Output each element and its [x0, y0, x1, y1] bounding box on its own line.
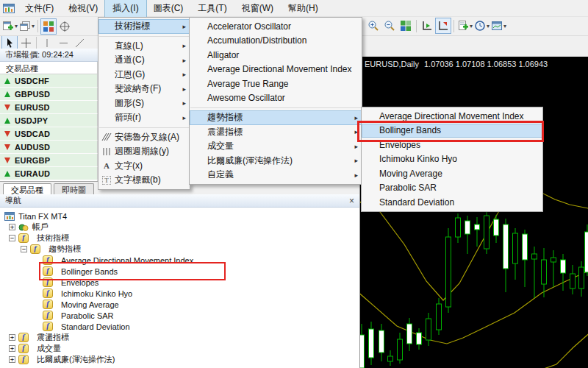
menu-item[interactable]: 通道(C)▸ [98, 53, 190, 68]
tree-item[interactable]: +f比爾威廉(渾沌操作法) [0, 354, 359, 365]
menu-item[interactable]: T文字標籤(b) [98, 173, 190, 188]
menu-item[interactable]: Parabolic SAR [362, 181, 542, 196]
toolbar-right-group: ▾▾▾ [365, 18, 507, 34]
menu-item[interactable]: Average Directional Movement Index [362, 109, 542, 124]
menubar-item[interactable]: 圖表(C) [146, 0, 191, 17]
candle [585, 232, 588, 272]
submenu-arrow-icon: ▸ [182, 114, 186, 121]
menu-item-label: 自定義 [207, 169, 234, 181]
data-window-icon[interactable] [57, 18, 73, 35]
dropdown-arrow-icon[interactable]: ▾ [15, 23, 18, 29]
symbol-row[interactable]: AUDUSD [0, 141, 98, 154]
menu-item[interactable]: 江恩(G)▸ [98, 68, 190, 82]
close-icon[interactable]: × [349, 197, 354, 205]
submenu-arrow-icon: ▸ [354, 128, 358, 135]
dropdown-arrow-icon[interactable]: ▾ [503, 23, 506, 29]
tree-item[interactable]: +帳戶 [0, 222, 359, 233]
symbol-row[interactable]: GBPUSD [0, 88, 98, 101]
candle [570, 274, 576, 289]
menu-item[interactable]: Alligator [190, 48, 362, 63]
menubar-item[interactable]: 幫助(H) [281, 0, 326, 17]
chart-surface[interactable]: EURUSD,Daily1.07036 1.07108 1.06853 1.06… [360, 57, 588, 368]
tab-inactive[interactable]: 即時圖 [54, 183, 94, 194]
tree-item[interactable]: fMoving Average [0, 299, 359, 310]
tree-item[interactable]: fStandard Deviation [0, 321, 359, 332]
symbol-row[interactable]: EURAUD [0, 167, 98, 180]
symbol-row[interactable]: USDCAD [0, 127, 98, 141]
menu-item[interactable]: Average Directional Movement Index [190, 63, 362, 77]
menubar-item[interactable]: 檢視(V) [61, 0, 105, 17]
collapse-minus-icon[interactable]: − [9, 235, 15, 241]
menu-item[interactable]: 趨勢指標▸ [190, 110, 362, 125]
tree-item[interactable]: fBollinger Bands [0, 266, 359, 277]
menu-item-label: Average Directional Movement Index [379, 111, 524, 121]
menu-item-label: 江恩(G) [115, 68, 145, 81]
auto-scroll-icon[interactable] [419, 18, 435, 34]
menu-item[interactable]: 迴圈週期線(y) [98, 144, 190, 159]
dropdown-arrow-icon[interactable]: ▾ [32, 23, 35, 29]
symbol-row[interactable]: USDJPY [0, 114, 98, 127]
menubar-item[interactable]: 工具(T) [190, 0, 234, 17]
terminal-icon [4, 212, 15, 221]
expand-plus-icon[interactable]: + [9, 345, 15, 352]
symbol-row[interactable]: EURUSD [0, 101, 98, 114]
symbol-row[interactable]: EURGBP [0, 154, 98, 167]
menu-item[interactable]: Accelerator Oscillator [190, 19, 362, 34]
dropdown-arrow-icon[interactable]: ▾ [487, 23, 490, 29]
periods-icon[interactable]: ▾ [473, 18, 490, 34]
menu-item-label: Parabolic SAR [379, 183, 437, 193]
tree-item-label: 帳戶 [32, 222, 49, 233]
tab-active[interactable]: 交易品種 [3, 183, 51, 194]
tile-windows-icon[interactable] [398, 18, 414, 34]
tree-item[interactable]: −f技術指標 [0, 233, 359, 244]
symbol-column-header[interactable]: 交易品種 [0, 62, 98, 74]
menu-item[interactable]: Moving Average [362, 166, 542, 181]
tree-item[interactable]: fParabolic SAR [0, 310, 359, 321]
market-watch-toggle-icon[interactable] [40, 18, 57, 35]
menu-item-label: 技術指標 [115, 20, 150, 32]
tree-item[interactable]: fIchimoku Kinko Hyo [0, 288, 359, 299]
dropdown-arrow-icon[interactable]: ▾ [470, 23, 473, 29]
menu-item[interactable]: 震盪指標▸ [190, 125, 362, 140]
expand-plus-icon[interactable]: + [9, 224, 15, 230]
menu-item-label: Awesome Oscillator [207, 93, 285, 103]
menu-item[interactable]: 成交量▸ [190, 139, 362, 154]
menubar-item[interactable]: 插入(I) [105, 0, 146, 17]
symbol-row[interactable]: USDCHF [0, 74, 98, 88]
menu-item[interactable]: Awesome Oscillator [190, 91, 362, 106]
expand-plus-icon[interactable]: + [9, 356, 15, 363]
expand-plus-icon[interactable]: + [9, 334, 15, 341]
menu-item[interactable]: 比爾威廉(渾沌操作法)▸ [190, 154, 362, 169]
chart-shift-icon[interactable] [435, 18, 451, 34]
menu-item[interactable]: 直線(L)▸ [98, 39, 190, 54]
menu-item[interactable]: 圖形(S)▸ [98, 96, 190, 111]
zoom-out-icon[interactable] [381, 18, 398, 34]
tree-item[interactable]: +f成交量 [0, 343, 359, 354]
menu-item[interactable]: A文字(x) [98, 159, 190, 174]
menu-item[interactable]: 技術指標▸ [98, 19, 190, 34]
tree-item[interactable]: Titan FX MT4 [0, 210, 359, 222]
menu-item[interactable]: Envelopes [362, 138, 542, 152]
candle [513, 233, 518, 263]
tree-item[interactable]: +f震盪指標 [0, 332, 359, 343]
menu-item[interactable]: Bollinger Bands [362, 124, 542, 138]
menu-item[interactable]: Accumulation/Distribution [190, 34, 362, 49]
zoom-in-icon[interactable] [365, 18, 381, 34]
menu-item[interactable]: 自定義▸ [190, 168, 362, 183]
tree-item[interactable]: −f趨勢指標 [0, 244, 359, 255]
collapse-minus-icon[interactable]: − [21, 246, 27, 252]
tree-item[interactable]: fEnvelopes [0, 277, 359, 288]
new-chart-icon[interactable]: ▾ [1, 18, 18, 35]
menu-item[interactable]: 安德魯分叉線(A) [98, 130, 190, 145]
menu-item[interactable]: 箭頭(r)▸ [98, 110, 190, 125]
indicators-list-icon[interactable]: ▾ [456, 18, 473, 34]
menu-item[interactable]: Average True Range [190, 77, 362, 91]
menu-item[interactable]: Standard Deviation [362, 195, 542, 210]
tree-item[interactable]: fAverage Directional Movement Index [0, 255, 359, 266]
menubar-item[interactable]: 文件(F) [18, 0, 61, 17]
profiles-icon[interactable]: ▾ [18, 18, 35, 35]
menubar-item[interactable]: 視窗(W) [234, 0, 281, 17]
menu-item[interactable]: Ichimoku Kinko Hyo [362, 152, 542, 167]
templates-icon[interactable]: ▾ [490, 18, 507, 34]
menu-item[interactable]: 斐波納奇(F)▸ [98, 82, 190, 96]
